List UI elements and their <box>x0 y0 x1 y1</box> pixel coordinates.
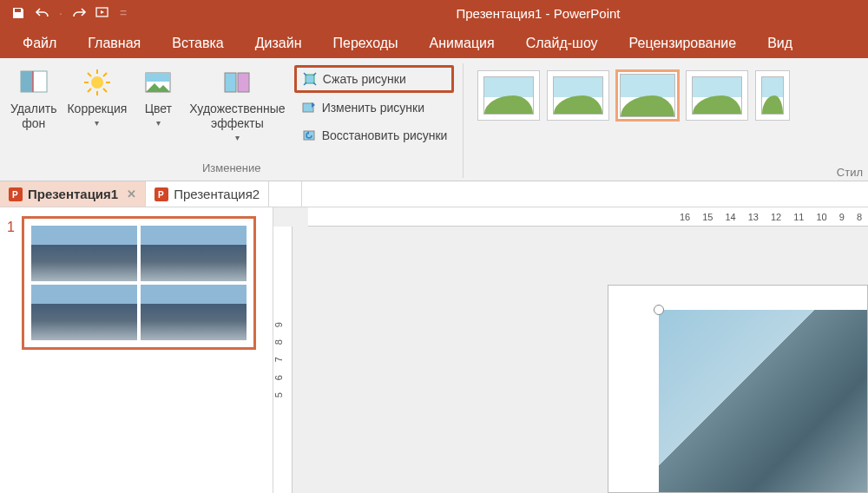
document-tabs: P Презентация1 ✕ P Презентация2 <box>0 181 868 207</box>
selection-handle[interactable] <box>654 305 664 315</box>
thumb-image <box>31 285 137 340</box>
quick-access-toolbar: · = <box>0 3 128 23</box>
tab-view[interactable]: Вид <box>752 29 808 58</box>
tab-file[interactable]: Файл <box>7 29 72 58</box>
chevron-down-icon: ▾ <box>95 118 99 128</box>
tab-slideshow[interactable]: Слайд-шоу <box>510 29 614 58</box>
thumb-image <box>31 226 137 281</box>
tab-insert[interactable]: Вставка <box>156 29 239 58</box>
tab-home[interactable]: Главная <box>72 29 156 58</box>
remove-background-button[interactable]: Удалить фон <box>5 63 62 150</box>
tab-design[interactable]: Дизайн <box>240 29 318 58</box>
undo-button[interactable] <box>33 3 52 23</box>
artistic-effects-button[interactable]: Художественные эффекты ▾ <box>184 63 290 150</box>
doc-tab-1[interactable]: P Презентация1 ✕ <box>0 181 146 207</box>
slide-thumbnails-panel: 1 <box>0 207 273 493</box>
group-adjust: Удалить фон Коррекция ▾ Цвет ▾ <box>0 63 464 178</box>
thumb-image <box>141 285 247 340</box>
workspace: 1 16 15 14 13 12 11 10 9 8 9 <box>0 207 868 493</box>
change-picture-icon <box>301 100 317 115</box>
picture-color-icon <box>142 67 174 98</box>
svg-rect-15 <box>238 73 249 92</box>
remove-background-icon <box>18 67 49 98</box>
thumb-image <box>141 226 247 281</box>
selected-picture[interactable] <box>659 310 867 492</box>
style-item-4[interactable] <box>686 70 748 121</box>
doc-tab-empty[interactable] <box>269 181 302 207</box>
corrections-button[interactable]: Коррекция ▾ <box>62 63 132 150</box>
tab-animations[interactable]: Анимация <box>414 29 510 58</box>
horizontal-ruler: 16 15 14 13 12 11 10 9 8 <box>308 207 868 227</box>
doc-tab-2[interactable]: P Презентация2 <box>146 181 269 207</box>
change-picture-label: Изменить рисунки <box>322 101 424 115</box>
svg-rect-14 <box>225 73 236 92</box>
artistic-effects-label: Художественные эффекты <box>189 102 285 131</box>
powerpoint-icon: P <box>155 187 168 201</box>
save-button[interactable] <box>9 3 28 23</box>
color-label: Цвет <box>145 102 172 116</box>
chevron-down-icon: ▾ <box>235 133 240 143</box>
compress-pictures-label: Сжать рисунки <box>323 72 406 86</box>
window-title: Презентация1 - PowerPoint <box>457 6 621 21</box>
svg-line-11 <box>103 73 107 76</box>
svg-point-3 <box>91 76 103 89</box>
group-adjust-label: Изменение <box>202 161 261 178</box>
doc-tab-1-label: Презентация1 <box>28 187 118 201</box>
slide-number: 1 <box>7 216 15 350</box>
chevron-down-icon: ▾ <box>156 118 161 128</box>
svg-line-9 <box>103 89 107 92</box>
compress-icon <box>302 71 318 87</box>
tab-transitions[interactable]: Переходы <box>318 29 414 58</box>
qat-separator: · <box>59 6 62 20</box>
reset-picture-icon <box>301 128 317 143</box>
ribbon-tabs: Файл Главная Вставка Дизайн Переходы Ани… <box>0 26 868 58</box>
brightness-icon <box>82 67 113 98</box>
style-item-1[interactable] <box>477 70 540 121</box>
vertical-ruler: 9 8 7 6 5 <box>273 227 293 493</box>
corrections-label: Коррекция <box>67 102 127 116</box>
group-styles-label: Стил <box>837 166 863 179</box>
reset-picture-label: Восстановить рисунки <box>322 128 448 142</box>
svg-rect-13 <box>146 73 170 82</box>
style-item-3[interactable] <box>616 70 679 121</box>
powerpoint-icon: P <box>9 187 23 201</box>
svg-text:P: P <box>158 190 164 200</box>
doc-tab-2-label: Презентация2 <box>174 187 260 201</box>
svg-rect-2 <box>21 71 33 92</box>
tab-review[interactable]: Рецензирование <box>614 29 753 58</box>
svg-rect-16 <box>306 75 314 83</box>
slide-canvas-area: 16 15 14 13 12 11 10 9 8 9 8 7 6 5 <box>273 207 868 493</box>
svg-line-10 <box>88 89 91 92</box>
compress-pictures-button[interactable]: Сжать рисунки <box>294 65 455 93</box>
qat-customize-separator: = <box>120 6 127 20</box>
ribbon: Удалить фон Коррекция ▾ Цвет ▾ <box>0 58 868 181</box>
style-item-2[interactable] <box>547 70 609 121</box>
picture-styles-gallery <box>469 63 863 128</box>
group-picture-styles: Стил <box>464 63 868 178</box>
artistic-effects-icon <box>221 67 253 98</box>
thumbnail-row-1: 1 <box>7 216 266 350</box>
remove-background-label: Удалить фон <box>10 102 56 131</box>
start-from-beginning-button[interactable] <box>94 3 113 23</box>
slide-canvas[interactable] <box>608 285 868 493</box>
svg-line-8 <box>88 73 91 76</box>
close-icon[interactable]: ✕ <box>127 187 136 200</box>
slide-thumbnail-1[interactable] <box>22 216 256 350</box>
change-picture-button[interactable]: Изменить рисунки <box>294 95 455 121</box>
style-item-5[interactable] <box>755 70 790 121</box>
color-button[interactable]: Цвет ▾ <box>132 63 184 150</box>
redo-button[interactable] <box>69 3 89 23</box>
svg-text:P: P <box>12 190 18 200</box>
reset-picture-button[interactable]: Восстановить рисунки <box>294 122 455 148</box>
title-bar: · = Презентация1 - PowerPoint <box>0 0 868 26</box>
